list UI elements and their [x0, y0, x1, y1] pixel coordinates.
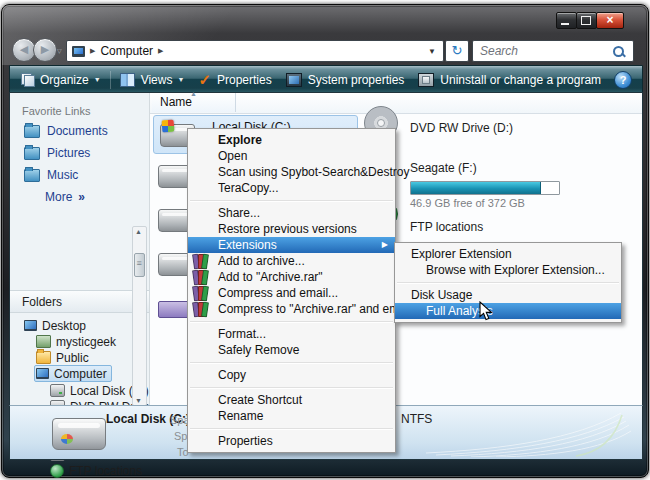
menu-item-format[interactable]: Format... — [188, 326, 395, 342]
sidebar-item-pictures[interactable]: Pictures — [24, 146, 90, 160]
sort-ascending-icon: ▲ — [190, 90, 197, 97]
properties-label: Properties — [217, 73, 272, 87]
menu-separator — [190, 428, 393, 429]
sidebar-more-link[interactable]: More » — [45, 190, 85, 204]
menu-item-open[interactable]: Open — [188, 148, 395, 164]
nav-history-dropdown-icon[interactable]: ▽ — [57, 47, 62, 54]
menu-item-label: Share... — [218, 206, 260, 220]
menu-separator — [190, 362, 393, 363]
swoosh-graphic — [426, 411, 636, 457]
properties-button[interactable]: ✓ Properties — [191, 69, 278, 90]
forward-arrow-icon: ▶ — [41, 43, 49, 55]
name-header-label: Name — [160, 95, 192, 109]
globe-icon — [50, 464, 64, 478]
menu-item-share[interactable]: Share... — [188, 205, 395, 221]
chevron-down-icon: ▼ — [94, 76, 101, 83]
submenu-item-browse-with-explorer-extension[interactable]: Browse with Explorer Extension... — [395, 262, 621, 278]
capacity-bar-fill — [411, 182, 541, 194]
organize-button[interactable]: Organize ▼ — [14, 69, 108, 90]
menu-item-restore-previous-versions[interactable]: Restore previous versions — [188, 221, 395, 237]
tree-item-mysticgeek[interactable]: mysticgeek — [36, 334, 116, 349]
computer-icon — [72, 46, 85, 57]
menu-item-label: Compress to "Archive.rar" and email — [218, 302, 411, 316]
menu-item-copy[interactable]: Copy — [188, 367, 395, 383]
breadcrumb-item-computer[interactable]: Computer — [100, 44, 153, 58]
submenu-item-disk-usage[interactable]: Disk Usage — [395, 287, 621, 303]
extensions-submenu: Explorer Extension Browse with Explorer … — [394, 242, 622, 323]
menu-item-label: Browse with Explorer Extension... — [426, 263, 605, 277]
menu-item-label: Restore previous versions — [218, 222, 357, 236]
chevron-down-icon: ▼ — [177, 76, 184, 83]
command-toolbar: Organize ▼ Views ▼ ✓ Properties System p… — [9, 65, 643, 94]
menu-separator — [397, 282, 619, 283]
breadcrumb-arrow-icon[interactable]: ▶ — [153, 47, 168, 55]
properties-check-icon: ✓ — [198, 71, 211, 89]
scrollbar-thumb[interactable] — [134, 253, 145, 277]
screenshot-stage: × ◀ ▶ ▽ ▶ Computer ▶ ▼ ↻ Search Organize… — [0, 0, 650, 480]
name-column-header[interactable]: ▲ Name — [152, 93, 236, 112]
tree-item-ftp-locations[interactable]: FTP locations — [50, 463, 142, 478]
tree-scrollbar[interactable]: ▲ ▼ — [132, 226, 147, 406]
menu-item-compress-and-email[interactable]: Compress and email... — [188, 285, 395, 301]
refresh-button[interactable]: ↻ — [445, 40, 469, 62]
sidebar-item-label: Documents — [47, 124, 108, 138]
menu-item-label: Disk Usage — [411, 288, 472, 302]
column-header-row: ▲ Name — [150, 93, 642, 114]
help-button[interactable]: ? — [614, 71, 632, 89]
scroll-up-icon[interactable]: ▲ — [133, 228, 144, 235]
forward-button[interactable]: ▶ — [33, 38, 57, 62]
submenu-item-full-analysis[interactable]: Full Analysis — [395, 303, 621, 319]
submenu-item-explorer-extension[interactable]: Explorer Extension — [395, 246, 621, 262]
folders-header: Folders — [10, 295, 62, 309]
menu-item-compress-to-archive-and-email[interactable]: Compress to "Archive.rar" and email — [188, 301, 395, 317]
organize-label: Organize — [40, 73, 89, 87]
uninstall-button[interactable]: Uninstall or change a program — [411, 69, 608, 90]
menu-item-rename[interactable]: Rename — [188, 408, 395, 424]
favorite-links-header: Favorite Links — [22, 105, 90, 117]
menu-item-properties[interactable]: Properties — [188, 433, 395, 449]
back-arrow-icon: ◀ — [20, 43, 28, 55]
sidebar-item-documents[interactable]: Documents — [24, 124, 108, 138]
breadcrumb[interactable]: ▶ Computer ▶ ▼ — [66, 40, 444, 62]
views-button[interactable]: Views ▼ — [113, 69, 192, 90]
capacity-bar — [410, 181, 560, 195]
menu-item-create-shortcut[interactable]: Create Shortcut — [188, 392, 395, 408]
tree-item-computer[interactable]: Computer — [34, 365, 112, 382]
more-chevron-icon: » — [78, 190, 85, 204]
menu-item-scan-spybot[interactable]: Scan using Spybot-Search&Destroy — [188, 164, 395, 180]
explorer-window: × ◀ ▶ ▽ ▶ Computer ▶ ▼ ↻ Search Organize… — [1, 4, 649, 478]
tree-item-public[interactable]: Public — [36, 350, 89, 365]
uninstall-label: Uninstall or change a program — [440, 73, 601, 87]
menu-item-safely-remove[interactable]: Safely Remove — [188, 342, 395, 358]
submenu-arrow-icon: ▶ — [382, 237, 388, 253]
mouse-cursor — [479, 301, 495, 322]
menu-item-teracopy[interactable]: TeraCopy... — [188, 180, 395, 196]
keyboard-icon[interactable] — [158, 301, 190, 318]
tree-item-label: FTP locations — [69, 464, 142, 478]
scroll-down-icon[interactable]: ▼ — [133, 397, 144, 404]
minimize-button[interactable] — [556, 12, 577, 29]
tree-item-label: Computer — [54, 367, 107, 381]
sidebar-item-music[interactable]: Music — [24, 168, 78, 182]
breadcrumb-dropdown-icon[interactable]: ▼ — [428, 47, 443, 56]
pictures-folder-icon — [24, 147, 40, 160]
windows-flag-icon — [162, 120, 175, 133]
menu-item-label: Add to "Archive.rar" — [218, 270, 323, 284]
system-properties-button[interactable]: System properties — [279, 69, 412, 90]
tree-item-desktop[interactable]: Desktop — [24, 318, 86, 333]
file-item-dvd-rw-drive[interactable]: DVD RW Drive (D:) — [410, 121, 513, 135]
menu-item-explore[interactable]: Explore — [188, 132, 395, 148]
file-item-seagate[interactable]: Seagate (F:) — [410, 161, 477, 175]
file-item-ftp-locations[interactable]: FTP locations — [410, 220, 483, 234]
folders-band[interactable]: Folders ▼ — [10, 290, 149, 313]
search-input[interactable]: Search — [472, 40, 634, 62]
menu-item-label: Extensions — [218, 238, 277, 252]
search-icon[interactable] — [613, 46, 624, 57]
maximize-button[interactable] — [576, 12, 597, 29]
menu-item-add-to-archive-rar[interactable]: Add to "Archive.rar" — [188, 269, 395, 285]
menu-item-label: Explorer Extension — [411, 247, 512, 261]
close-button[interactable]: × — [596, 12, 624, 29]
menu-item-extensions[interactable]: Extensions ▶ — [188, 237, 395, 253]
menu-item-add-to-archive[interactable]: Add to archive... — [188, 253, 395, 269]
menu-item-label: TeraCopy... — [218, 181, 278, 195]
